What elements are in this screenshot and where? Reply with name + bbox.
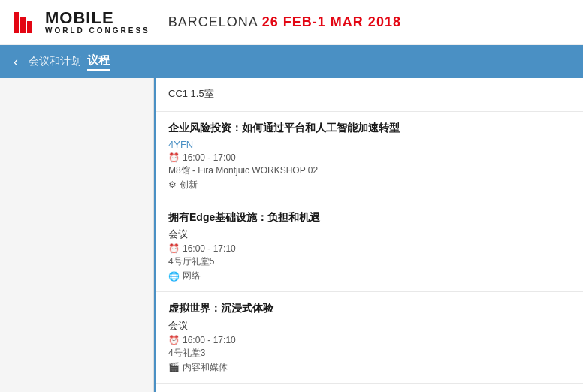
list-item[interactable]: CC1 1.5室 (156, 78, 583, 112)
tag-label: 创新 (180, 179, 198, 191)
tag-icon: 🌐 (168, 271, 180, 282)
list-item[interactable]: AI无处不在：创新与投资 会议 ⏰ 16:00 - 17:10 4号厅礼堂4 🤖… (156, 384, 583, 392)
event-date: 26 FEB-1 MAR 2018 (262, 14, 401, 29)
clock-icon: ⏰ (168, 243, 180, 254)
event-tag: 🎬 内容和媒体 (168, 361, 571, 374)
event-title: 企业风险投资：如何通过平台和人工智能加速转型 (168, 121, 571, 136)
event-room: CC1 1.5室 (168, 87, 571, 101)
nav-bar: ‹ 会议和计划 议程 (0, 45, 583, 78)
list-item[interactable]: 企业风险投资：如何通过平台和人工智能加速转型 4YFN ⏰ 16:00 - 17… (156, 112, 583, 201)
time-value: 16:00 - 17:10 (183, 335, 236, 345)
event-title: 拥有Edge基础设施：负担和机遇 (168, 210, 571, 225)
gsma-logo (12, 9, 39, 36)
svg-rect-2 (27, 21, 32, 33)
tag-icon: 🎬 (168, 362, 180, 372)
content-area: CC1 1.5室 企业风险投资：如何通过平台和人工智能加速转型 4YFN ⏰ 1… (0, 78, 583, 392)
event-time: ⏰ 16:00 - 17:10 (168, 243, 571, 254)
logo-area: MOBILE WORLD CONGRESS (12, 9, 150, 36)
logo-text: MOBILE WORLD CONGRESS (45, 10, 150, 35)
time-value: 16:00 - 17:00 (183, 152, 236, 163)
time-value: 16:00 - 17:10 (183, 243, 236, 254)
event-tag: ⚙ 创新 (168, 179, 571, 191)
header: MOBILE WORLD CONGRESS BARCELONA 26 FEB-1… (0, 0, 583, 45)
event-time: ⏰ 16:00 - 17:10 (168, 335, 571, 345)
event-venue: M8馆 - Fira Montjuic WORKSHOP 02 (168, 164, 571, 177)
svg-rect-1 (20, 17, 26, 33)
city-name: BARCELONA (168, 14, 258, 29)
event-title: 虚拟世界：沉浸式体验 (168, 301, 571, 316)
clock-icon: ⏰ (168, 335, 180, 345)
list-item[interactable]: 拥有Edge基础设施：负担和机遇 会议 ⏰ 16:00 - 17:10 4号厅礼… (156, 201, 583, 293)
active-tab-label[interactable]: 议程 (87, 53, 110, 71)
event-tag: 🌐 网络 (168, 270, 571, 282)
event-time: ⏰ 16:00 - 17:00 (168, 152, 571, 163)
tag-label: 网络 (183, 270, 201, 282)
event-venue: 4号礼堂3 (168, 347, 571, 360)
tag-label: 内容和媒体 (183, 361, 228, 374)
left-panel (0, 78, 154, 392)
event-type: 会议 (168, 228, 571, 241)
event-list-inner: CC1 1.5室 企业风险投资：如何通过平台和人工智能加速转型 4YFN ⏰ 1… (154, 78, 583, 392)
event-venue: 4号厅礼堂5 (168, 255, 571, 268)
tag-icon: ⚙ (168, 179, 177, 190)
event-list[interactable]: CC1 1.5室 企业风险投资：如何通过平台和人工智能加速转型 4YFN ⏰ 1… (154, 78, 583, 392)
svg-rect-0 (14, 12, 19, 33)
event-type: 会议 (168, 319, 571, 333)
back-button[interactable]: ‹ (9, 51, 23, 73)
brand-sub: WORLD CONGRESS (45, 26, 150, 35)
event-subtitle: 4YFN (168, 139, 571, 150)
list-item[interactable]: 虚拟世界：沉浸式体验 会议 ⏰ 16:00 - 17:10 4号礼堂3 🎬 内容… (156, 292, 583, 384)
clock-icon: ⏰ (168, 152, 180, 163)
brand-name: MOBILE (45, 10, 150, 26)
header-location: BARCELONA 26 FEB-1 MAR 2018 (168, 14, 401, 30)
breadcrumb-label[interactable]: 会议和计划 (29, 55, 81, 68)
